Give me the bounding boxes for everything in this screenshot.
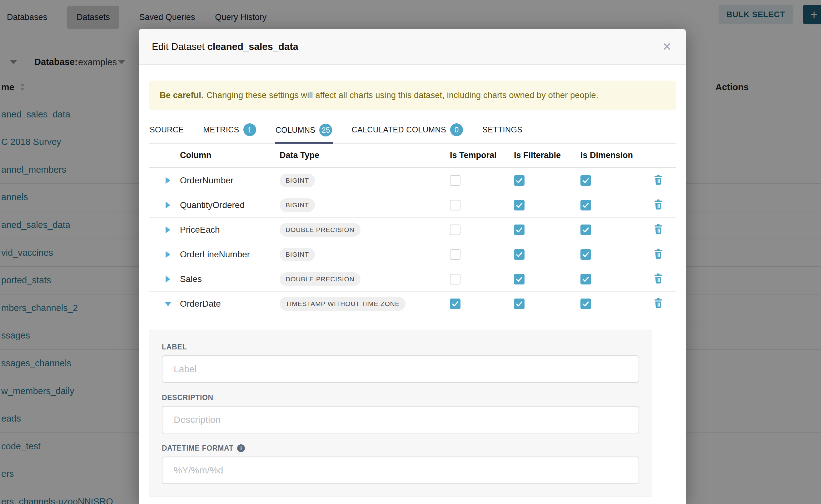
label-field-group: LABEL [162, 343, 639, 383]
description-field-label: DESCRIPTION [162, 393, 639, 402]
column-row: PriceEachDOUBLE PRECISION [149, 217, 676, 242]
is-filterable-checkbox[interactable] [514, 299, 525, 309]
is-temporal-checkbox[interactable] [450, 200, 461, 210]
expand-cell [149, 177, 180, 184]
trash-icon[interactable] [654, 249, 663, 260]
tab-metrics[interactable]: METRICS1 [202, 119, 256, 143]
is-temporal-checkbox[interactable] [450, 249, 461, 260]
checkbox-cell [450, 225, 514, 235]
column-row: OrderLineNumberBIGINT [149, 242, 676, 267]
checkbox-cell [581, 175, 641, 186]
is-dimension-checkbox[interactable] [581, 274, 591, 284]
label-input[interactable] [162, 355, 639, 383]
column-name: PriceEach [180, 225, 279, 235]
close-icon[interactable]: ✕ [661, 40, 673, 54]
is-filterable-header: Is Filterable [514, 151, 581, 160]
checkbox-cell [514, 249, 581, 260]
is-temporal-checkbox[interactable] [450, 175, 461, 186]
expand-cell [149, 276, 180, 283]
warning-text: Changing these settings will affect all … [206, 90, 599, 100]
is-dimension-checkbox[interactable] [581, 225, 591, 235]
modal-header: Edit Dataset cleaned_sales_data ✕ [139, 29, 686, 65]
data-type-pill: DOUBLE PRECISION [279, 272, 360, 286]
tab-label: COLUMNS [275, 126, 315, 135]
checkbox-cell [450, 249, 514, 260]
checkbox-cell [581, 249, 641, 260]
data-type-pill: BIGINT [279, 174, 315, 187]
tab-label: METRICS [203, 125, 239, 134]
expand-caret-icon[interactable] [166, 276, 170, 283]
data-type-pill: DOUBLE PRECISION [279, 223, 360, 237]
column-name: OrderNumber [180, 175, 279, 185]
tab-columns[interactable]: COLUMNS25 [275, 119, 333, 144]
delete-column-cell [641, 199, 676, 211]
trash-icon[interactable] [654, 224, 663, 236]
delete-column-cell [641, 224, 676, 236]
trash-icon[interactable] [654, 273, 663, 285]
expand-caret-icon[interactable] [166, 177, 170, 184]
tab-source[interactable]: SOURCE [149, 119, 184, 143]
expand-cell [149, 251, 180, 258]
warning-bold: Be careful. [160, 90, 204, 100]
trash-icon[interactable] [654, 298, 663, 310]
is-dimension-checkbox[interactable] [581, 249, 591, 260]
is-filterable-checkbox[interactable] [514, 175, 525, 186]
is-dimension-checkbox[interactable] [581, 299, 591, 309]
checkbox-cell [514, 225, 581, 235]
expand-cell [149, 226, 180, 233]
column-row: OrderDateTIMESTAMP WITHOUT TIME ZONE [149, 291, 676, 316]
data-type-cell: DOUBLE PRECISION [279, 223, 450, 237]
checkbox-cell [514, 175, 581, 186]
delete-column-cell [641, 273, 676, 285]
checkbox-cell [581, 200, 641, 210]
trash-icon[interactable] [654, 175, 663, 186]
tab-calculated-columns[interactable]: CALCULATED COLUMNS0 [351, 119, 464, 143]
is-filterable-checkbox[interactable] [514, 274, 525, 284]
modal-tabs: SOURCEMETRICS1COLUMNS25CALCULATED COLUMN… [149, 119, 676, 144]
data-type-pill: BIGINT [279, 248, 315, 261]
is-filterable-checkbox[interactable] [514, 200, 525, 210]
data-type-cell: BIGINT [279, 248, 450, 261]
checkbox-cell [581, 274, 641, 284]
is-dimension-header: Is Dimension [581, 151, 641, 160]
is-temporal-checkbox[interactable] [450, 274, 461, 284]
data-type-cell: TIMESTAMP WITHOUT TIME ZONE [279, 297, 450, 311]
column-detail-panel: LABEL DESCRIPTION DATETIME FORMAT i [149, 330, 652, 497]
tab-count-badge: 25 [319, 124, 332, 136]
expand-caret-icon[interactable] [166, 251, 170, 258]
trash-icon[interactable] [654, 199, 663, 211]
checkbox-cell [581, 225, 641, 235]
checkbox-cell [514, 299, 581, 309]
checkbox-cell [450, 299, 514, 309]
data-type-pill: BIGINT [279, 198, 315, 212]
expand-caret-icon[interactable] [166, 226, 170, 233]
is-temporal-checkbox[interactable] [450, 225, 461, 235]
collapse-caret-icon[interactable] [165, 302, 171, 306]
datetime-format-field-label: DATETIME FORMAT i [162, 444, 639, 452]
modal-title: Edit Dataset cleaned_sales_data [152, 41, 298, 52]
column-row: OrderNumberBIGINT [149, 168, 676, 193]
column-name: OrderLineNumber [180, 250, 279, 259]
column-name: QuantityOrdered [180, 200, 279, 210]
tab-count-badge: 1 [243, 123, 256, 136]
description-field-group: DESCRIPTION [162, 393, 639, 433]
is-dimension-checkbox[interactable] [581, 200, 591, 210]
is-temporal-checkbox[interactable] [450, 299, 461, 309]
column-name: Sales [180, 274, 279, 284]
checkbox-cell [450, 200, 514, 210]
datetime-format-input[interactable] [162, 457, 639, 484]
is-filterable-checkbox[interactable] [514, 225, 525, 235]
is-dimension-checkbox[interactable] [581, 175, 591, 186]
expand-cell [149, 202, 180, 209]
tab-count-badge: 0 [450, 123, 463, 136]
column-row: SalesDOUBLE PRECISION [149, 267, 676, 291]
tab-label: CALCULATED COLUMNS [351, 125, 446, 134]
expand-caret-icon[interactable] [166, 202, 170, 209]
columns-table-header: Column Data Type Is Temporal Is Filterab… [149, 144, 676, 168]
info-icon[interactable]: i [237, 444, 245, 452]
description-input[interactable] [162, 406, 639, 433]
is-filterable-checkbox[interactable] [514, 249, 525, 260]
data-type-cell: BIGINT [279, 198, 450, 212]
tab-settings[interactable]: SETTINGS [482, 119, 523, 143]
column-name: OrderDate [180, 299, 279, 309]
